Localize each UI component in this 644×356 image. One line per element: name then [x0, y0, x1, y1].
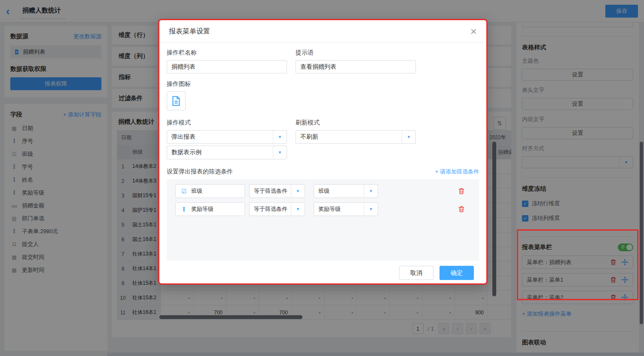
- confirm-button[interactable]: 确定: [440, 266, 474, 280]
- field-type-icon: [180, 207, 188, 212]
- action-icon-label: 操作图标: [167, 80, 479, 88]
- filter-conditions-panel: 班级 等于筛选条件 ▼ 班级 ▼: [167, 179, 479, 261]
- filter-operator-select[interactable]: 等于筛选条件 ▼: [249, 184, 305, 198]
- refresh-mode-label: 刷新模式: [296, 119, 416, 127]
- action-name-input[interactable]: [167, 60, 287, 73]
- chevron-down-icon: ▼: [364, 203, 378, 216]
- close-icon[interactable]: ×: [470, 26, 477, 37]
- chevron-down-icon: ▼: [291, 203, 305, 216]
- field-type-icon: [180, 189, 188, 194]
- filter-value-value: 奖励等级: [314, 205, 364, 213]
- tooltip-input[interactable]: [296, 60, 416, 73]
- action-mode-label: 操作模式: [167, 119, 287, 127]
- filter-value-value: 班级: [314, 187, 364, 195]
- filter-field-box[interactable]: 班级: [175, 184, 245, 198]
- filter-condition-row: 奖励等级 等于筛选条件 ▼ 奖励等级 ▼: [175, 202, 474, 216]
- filter-operator-value: 等于筛选条件: [250, 187, 291, 195]
- action-icon-picker[interactable]: [167, 91, 186, 110]
- chevron-down-icon: ▼: [364, 185, 378, 198]
- chevron-down-icon: ▼: [273, 131, 287, 143]
- chevron-down-icon: ▼: [291, 185, 305, 198]
- target-report-value: 数据表示例: [167, 149, 273, 156]
- action-mode-select[interactable]: 弹出报表 ▼: [167, 130, 287, 144]
- chevron-down-icon: ▼: [402, 131, 415, 143]
- filter-operator-select[interactable]: 等于筛选条件 ▼: [249, 202, 305, 216]
- trash-icon[interactable]: [458, 188, 465, 195]
- document-icon: [171, 95, 182, 106]
- filter-operator-value: 等于筛选条件: [250, 205, 291, 213]
- action-mode-value: 弹出报表: [167, 133, 273, 141]
- dialog-title: 报表菜单设置: [169, 27, 210, 36]
- refresh-mode-value: 不刷新: [296, 133, 402, 141]
- filter-condition-row: 班级 等于筛选条件 ▼ 班级 ▼: [175, 184, 474, 198]
- trash-icon[interactable]: [458, 206, 465, 213]
- app-root: ‹ 捐赠人数统计 保存 数据源 更改数据源 捐赠列表 数据获取权限 报表权限 字…: [0, 0, 644, 356]
- filter-field-box[interactable]: 奖励等级: [175, 202, 245, 216]
- cancel-button[interactable]: 取消: [399, 266, 433, 280]
- target-report-select[interactable]: 数据表示例 ▼: [167, 146, 287, 159]
- filter-section-title: 设置弹出报表的筛选条件: [167, 168, 233, 176]
- add-filter-link[interactable]: + 请添加筛选条件: [435, 168, 479, 176]
- refresh-mode-select[interactable]: 不刷新 ▼: [296, 130, 416, 144]
- tooltip-label: 提示语: [296, 49, 416, 57]
- filter-field-label: 班级: [191, 187, 202, 195]
- filter-value-select[interactable]: 奖励等级 ▼: [314, 202, 378, 216]
- report-menu-settings-dialog: 报表菜单设置 × 操作栏名称 提示语 操作图标: [158, 19, 488, 285]
- action-name-label: 操作栏名称: [167, 49, 287, 57]
- filter-field-label: 奖励等级: [191, 205, 214, 213]
- chevron-down-icon: ▼: [273, 146, 287, 159]
- filter-value-select[interactable]: 班级 ▼: [314, 184, 378, 198]
